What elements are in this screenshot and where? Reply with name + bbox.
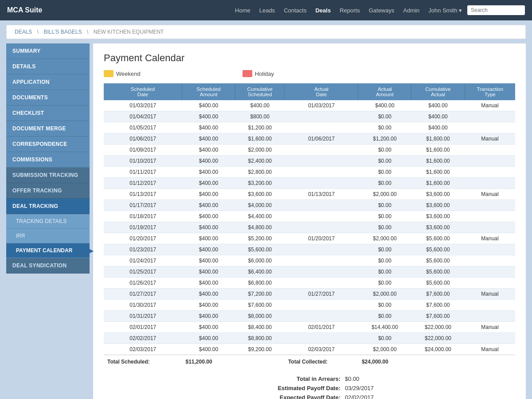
table-cell: $400.00 — [182, 300, 235, 311]
nav-reports[interactable]: Reports — [340, 7, 360, 14]
table-cell: 01/25/2017 — [104, 266, 182, 278]
table-cell: $5,600.00 — [411, 255, 465, 266]
sidebar-item-deal-syndication[interactable]: DEAL SYNDICATION — [6, 258, 90, 274]
table-cell: $400.00 — [235, 100, 285, 111]
table-cell — [465, 200, 515, 211]
sidebar-item-correspondence[interactable]: CORRESPONDENCE — [6, 137, 90, 152]
breadcrumb-bills-bagels[interactable]: BILL'S BAGELS — [43, 29, 82, 35]
table-cell — [285, 255, 358, 266]
sidebar-item-summary[interactable]: SUMMARY — [6, 43, 90, 59]
table-cell: $400.00 — [182, 145, 235, 156]
table-cell: $400.00 — [182, 122, 235, 133]
breadcrumb-deals[interactable]: DEALS — [15, 29, 32, 35]
table-cell: $2,400.00 — [235, 156, 285, 167]
table-cell: $5,600.00 — [235, 244, 285, 255]
table-cell — [465, 278, 515, 289]
breadcrumb: DEALS \ BILL'S BAGELS \ NEW KITCHEN EQUI… — [6, 25, 526, 39]
table-cell: $4,400.00 — [235, 211, 285, 222]
table-cell: $0.00 — [358, 333, 411, 344]
table-cell: $4,800.00 — [235, 222, 285, 233]
sidebar-item-application[interactable]: APPLICATION — [6, 74, 90, 90]
table-cell: 01/12/2017 — [104, 178, 182, 189]
sidebar-item-document-merge[interactable]: DOCUMENT MERGE — [6, 121, 90, 137]
summary-section: Total in Arrears: $0.00 Estimated Payoff… — [104, 376, 515, 399]
table-cell — [285, 145, 358, 156]
summary-expected-payoff: Expected Payoff Date: 02/02/2017 — [230, 394, 389, 399]
table-cell — [465, 244, 515, 255]
table-row: 01/23/2017$400.00$5,600.00$0.00$5,600.00 — [104, 244, 515, 255]
sidebar-item-commissions[interactable]: COMMISSIONS — [6, 152, 90, 168]
table-cell: $1,600.00 — [411, 145, 465, 156]
table-cell — [285, 156, 358, 167]
nav-admin[interactable]: Admin — [403, 7, 419, 14]
table-row: 01/27/2017$400.00$7,200.0001/27/2017$2,0… — [104, 289, 515, 300]
table-cell: $0.00 — [358, 167, 411, 178]
table-cell: $0.00 — [358, 266, 411, 278]
table-cell: $6,000.00 — [235, 255, 285, 266]
table-cell — [285, 300, 358, 311]
table-cell: $400.00 — [182, 178, 235, 189]
table-cell: 01/31/2017 — [104, 311, 182, 322]
nav-contacts[interactable]: Contacts — [284, 7, 306, 14]
sidebar-item-documents[interactable]: DOCUMENTS — [6, 90, 90, 106]
nav-links: Home Leads Contacts Deals Reports Gatewa… — [235, 7, 419, 14]
table-cell: 02/02/2017 — [104, 333, 182, 344]
table-cell: $8,000.00 — [235, 311, 285, 322]
table-cell — [465, 266, 515, 278]
table-cell: $400.00 — [182, 255, 235, 266]
table-cell — [285, 211, 358, 222]
sidebar-item-details[interactable]: DETAILS — [6, 59, 90, 74]
table-cell: 01/06/2017 — [104, 133, 182, 145]
table-cell — [465, 300, 515, 311]
sidebar-sub-irr[interactable]: IRR — [6, 229, 90, 243]
table-cell: $400.00 — [182, 111, 235, 122]
summary-estimated-payoff: Estimated Payoff Date: 03/29/2017 — [230, 385, 389, 391]
table-cell: $8,800.00 — [235, 333, 285, 344]
holiday-color-box — [243, 70, 252, 77]
nav-home[interactable]: Home — [235, 7, 250, 14]
table-cell: $400.00 — [182, 133, 235, 145]
table-cell: 01/19/2017 — [104, 222, 182, 233]
table-cell: 01/23/2017 — [104, 244, 182, 255]
table-cell — [465, 167, 515, 178]
table-cell: $0.00 — [358, 178, 411, 189]
user-menu[interactable]: John Smith ▾ — [428, 7, 462, 14]
col-actual-date: ActualDate — [285, 83, 358, 100]
table-cell: $0.00 — [358, 111, 411, 122]
table-cell: $400.00 — [182, 333, 235, 344]
table-row: 01/03/2017$400.00$400.0001/03/2017$400.0… — [104, 100, 515, 111]
table-cell: $7,600.00 — [411, 289, 465, 300]
table-cell — [465, 333, 515, 344]
table-cell: $0.00 — [358, 311, 411, 322]
table-cell: 01/20/2017 — [104, 233, 182, 244]
navbar: MCA Suite Home Leads Contacts Deals Repo… — [0, 0, 532, 20]
col-cumulative-scheduled: CumulativeScheduled — [235, 83, 285, 100]
nav-gateways[interactable]: Gateways — [369, 7, 395, 14]
table-cell — [285, 311, 358, 322]
table-cell — [465, 222, 515, 233]
sidebar-item-deal-tracking[interactable]: DEAL TRACKING — [6, 199, 90, 214]
brand-logo: MCA Suite — [7, 6, 42, 14]
table-cell: $400.00 — [411, 111, 465, 122]
table-cell: $400.00 — [182, 344, 235, 355]
sidebar-sub-payment-calendar[interactable]: PAYMENT CALENDAR — [6, 243, 90, 258]
table-row: 01/09/2017$400.00$2,000.00$0.00$1,600.00 — [104, 145, 515, 156]
sidebar-sub-tracking-details[interactable]: TRACKING DETAILS — [6, 214, 90, 229]
table-cell — [285, 200, 358, 211]
table-cell: $3,600.00 — [411, 211, 465, 222]
search-input[interactable] — [467, 5, 525, 15]
nav-leads[interactable]: Leads — [259, 7, 275, 14]
table-row: 01/04/2017$400.00$800.00$0.00$400.00 — [104, 111, 515, 122]
table-cell — [285, 222, 358, 233]
breadcrumb-sep2: \ — [87, 29, 90, 35]
sidebar-item-submission-tracking[interactable]: SUBMISSION TRACKING — [6, 168, 90, 183]
table-cell: $0.00 — [358, 278, 411, 289]
table-cell: $1,600.00 — [411, 178, 465, 189]
nav-deals[interactable]: Deals — [315, 7, 331, 14]
table-cell — [285, 333, 358, 344]
table-cell: $7,600.00 — [411, 300, 465, 311]
sidebar-item-checklist[interactable]: CHECKLIST — [6, 106, 90, 121]
total-scheduled-value: $11,200.00 — [182, 355, 235, 369]
table-cell: $0.00 — [358, 211, 411, 222]
sidebar-item-offer-tracking[interactable]: OFFER TRACKING — [6, 183, 90, 199]
